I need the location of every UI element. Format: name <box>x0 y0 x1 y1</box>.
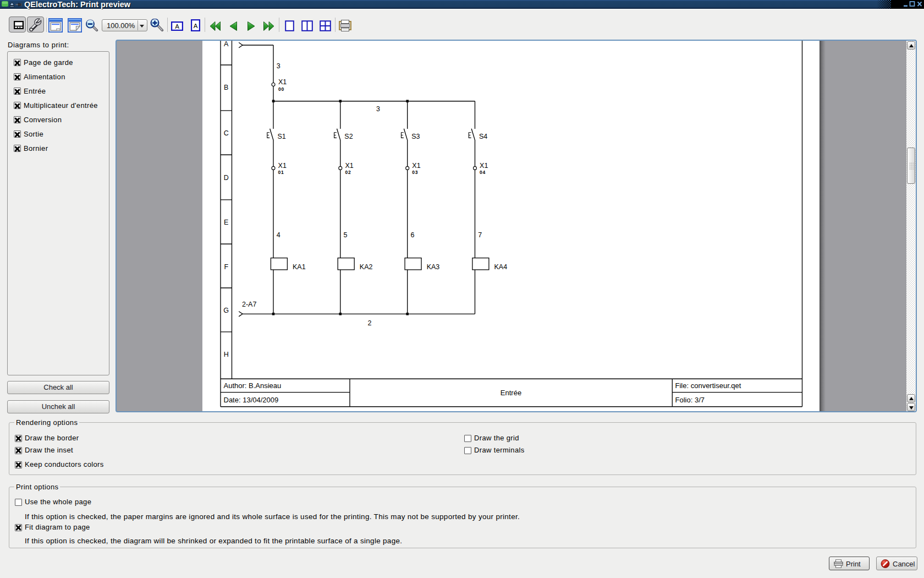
svg-text:File: convertiseur.qet: File: convertiseur.qet <box>675 381 741 390</box>
svg-text:D: D <box>224 174 229 182</box>
svg-text:X1: X1 <box>412 162 420 170</box>
svg-text:5: 5 <box>344 231 348 239</box>
svg-text:3: 3 <box>376 105 380 113</box>
svg-text:2: 2 <box>368 319 372 327</box>
svg-text:C: C <box>224 129 229 137</box>
svg-text:Author: B.Ansieau: Author: B.Ansieau <box>224 381 282 390</box>
svg-text:Entrée: Entrée <box>501 389 521 397</box>
svg-text:F: F <box>224 263 228 271</box>
svg-text:Folio: 3/7: Folio: 3/7 <box>675 396 705 404</box>
svg-text:B: B <box>224 84 228 91</box>
svg-text:X1: X1 <box>345 162 353 170</box>
svg-text:KA1: KA1 <box>293 263 306 271</box>
svg-text:4: 4 <box>277 231 280 239</box>
svg-text:S1: S1 <box>278 133 286 140</box>
svg-text:3: 3 <box>277 62 280 70</box>
svg-text:KA3: KA3 <box>427 263 440 271</box>
svg-text:S2: S2 <box>344 133 353 140</box>
svg-text:X1: X1 <box>278 162 287 170</box>
svg-text:KA2: KA2 <box>360 263 373 271</box>
svg-text:S4: S4 <box>479 133 487 140</box>
svg-text:2-A7: 2-A7 <box>242 301 256 308</box>
svg-text:X1: X1 <box>278 78 287 86</box>
svg-text:01: 01 <box>278 170 284 175</box>
svg-text:00: 00 <box>278 86 284 92</box>
svg-text:03: 03 <box>412 170 418 175</box>
svg-text:04: 04 <box>480 170 486 175</box>
svg-text:X1: X1 <box>480 162 488 170</box>
svg-text:E: E <box>224 219 228 226</box>
svg-text:H: H <box>224 351 229 358</box>
svg-text:S3: S3 <box>411 133 420 140</box>
svg-text:A: A <box>224 41 229 48</box>
svg-text:02: 02 <box>345 170 351 175</box>
svg-text:6: 6 <box>411 231 415 239</box>
svg-text:7: 7 <box>478 231 482 239</box>
svg-text:KA4: KA4 <box>494 263 508 271</box>
svg-text:Date: 13/04/2009: Date: 13/04/2009 <box>224 396 279 404</box>
svg-text:A: A <box>175 23 179 30</box>
svg-text:G: G <box>223 307 229 314</box>
svg-text:A: A <box>194 23 198 29</box>
